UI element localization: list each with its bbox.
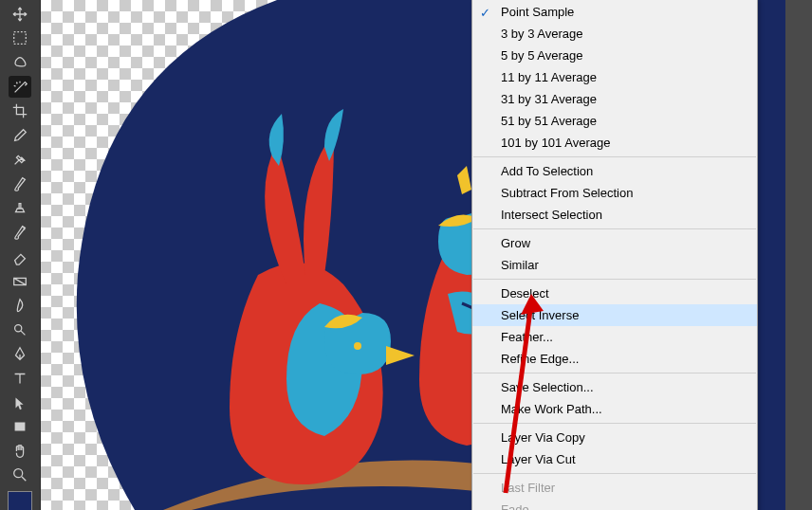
- crop-tool[interactable]: [9, 100, 31, 122]
- hand-tool[interactable]: [9, 440, 31, 463]
- menu-separator: [473, 423, 756, 424]
- rectangle-tool[interactable]: [9, 415, 31, 438]
- blur-tool[interactable]: [9, 294, 31, 317]
- marquee-tool[interactable]: [9, 27, 31, 50]
- eyedropper-tool[interactable]: [9, 124, 31, 147]
- menu-separator: [473, 279, 756, 280]
- svg-point-0: [354, 342, 361, 350]
- svg-rect-1: [14, 32, 27, 45]
- menu-item-31-by-31-average[interactable]: 31 by 31 Average: [472, 88, 757, 110]
- brush-tool[interactable]: [9, 173, 31, 195]
- menu-item-select-inverse[interactable]: Select Inverse: [472, 304, 757, 326]
- menu-item-last-filter: Last Filter: [472, 477, 757, 499]
- menu-item-similar[interactable]: Similar: [472, 254, 757, 276]
- gradient-tool[interactable]: [9, 270, 31, 293]
- menu-item-deselect[interactable]: Deselect: [472, 282, 757, 304]
- menu-item-3-by-3-average[interactable]: 3 by 3 Average: [472, 23, 757, 45]
- menu-item-51-by-51-average[interactable]: 51 by 51 Average: [472, 110, 757, 132]
- menu-item-fade: Fade...: [472, 499, 757, 510]
- menu-item-add-to-selection[interactable]: Add To Selection: [472, 160, 757, 182]
- menu-item-5-by-5-average[interactable]: 5 by 5 Average: [472, 45, 757, 66]
- zoom-tool[interactable]: [9, 464, 31, 487]
- path-selection-tool[interactable]: [9, 392, 31, 414]
- healing-brush-tool[interactable]: [9, 149, 31, 172]
- check-icon: ✓: [480, 6, 490, 20]
- magic-wand-tool[interactable]: [9, 76, 31, 99]
- menu-separator: [473, 228, 756, 229]
- history-brush-tool[interactable]: [9, 221, 31, 244]
- right-panel-edge: [785, 0, 812, 510]
- menu-item-subtract-from-selection[interactable]: Subtract From Selection: [472, 182, 757, 204]
- menu-item-101-by-101-average[interactable]: 101 by 101 Average: [472, 132, 757, 154]
- menu-item-11-by-11-average[interactable]: 11 by 11 Average: [472, 66, 757, 88]
- menu-separator: [473, 473, 756, 474]
- menu-item-feather[interactable]: Feather...: [472, 326, 757, 348]
- tools-panel: [0, 0, 41, 510]
- clone-stamp-tool[interactable]: [9, 197, 31, 220]
- svg-point-3: [15, 324, 22, 331]
- move-tool[interactable]: [9, 3, 31, 26]
- menu-item-grow[interactable]: Grow: [472, 232, 757, 254]
- type-tool[interactable]: [9, 367, 31, 390]
- svg-point-5: [14, 469, 23, 478]
- menu-item-refine-edge[interactable]: Refine Edge...: [472, 348, 757, 370]
- eraser-tool[interactable]: [9, 246, 31, 268]
- menu-item-layer-via-copy[interactable]: Layer Via Copy: [472, 427, 757, 448]
- svg-rect-4: [15, 423, 26, 431]
- menu-item-make-work-path[interactable]: Make Work Path...: [472, 398, 757, 420]
- pen-tool[interactable]: [9, 343, 31, 366]
- menu-item-intersect-selection[interactable]: Intersect Selection: [472, 204, 757, 226]
- menu-separator: [473, 156, 756, 157]
- menu-item-layer-via-cut[interactable]: Layer Via Cut: [472, 448, 757, 470]
- context-menu: ✓Point Sample3 by 3 Average5 by 5 Averag…: [471, 0, 758, 510]
- menu-separator: [473, 373, 756, 373]
- menu-item-point-sample[interactable]: ✓Point Sample: [472, 1, 757, 23]
- foreground-color-swatch[interactable]: [8, 491, 32, 510]
- menu-item-save-selection[interactable]: Save Selection...: [472, 376, 757, 398]
- dodge-tool[interactable]: [9, 319, 31, 341]
- lasso-tool[interactable]: [9, 51, 31, 74]
